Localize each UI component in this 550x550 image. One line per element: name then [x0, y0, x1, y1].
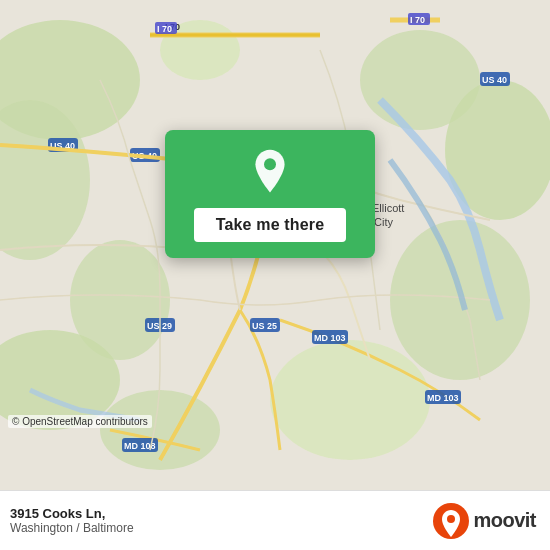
svg-text:Ellicott: Ellicott — [372, 202, 404, 214]
take-me-there-button[interactable]: Take me there — [194, 208, 347, 242]
location-card: Take me there — [165, 130, 375, 258]
svg-text:I 70: I 70 — [157, 24, 172, 34]
map-attribution: © OpenStreetMap contributors — [8, 415, 152, 428]
svg-point-9 — [270, 340, 430, 460]
svg-text:I 70: I 70 — [410, 15, 425, 25]
svg-text:US 40: US 40 — [482, 75, 507, 85]
svg-point-36 — [447, 515, 455, 523]
moovit-icon — [433, 503, 469, 539]
moovit-text: moovit — [473, 509, 536, 532]
city-line: Washington / Baltimore — [10, 521, 134, 535]
moovit-logo: moovit — [433, 503, 536, 539]
svg-text:MD 103: MD 103 — [427, 393, 459, 403]
svg-text:US 25: US 25 — [252, 321, 277, 331]
svg-text:MD 103: MD 103 — [314, 333, 346, 343]
svg-text:City: City — [374, 216, 393, 228]
info-bar: 3915 Cooks Ln, Washington / Baltimore mo… — [0, 490, 550, 550]
address-block: 3915 Cooks Ln, Washington / Baltimore — [10, 506, 134, 535]
map-pin-icon — [246, 148, 294, 196]
address-line: 3915 Cooks Ln, — [10, 506, 134, 521]
svg-point-34 — [264, 158, 276, 170]
map-container: I 70 I 70 I 70 US 40 US 40 US 40 US 29 U… — [0, 0, 550, 490]
